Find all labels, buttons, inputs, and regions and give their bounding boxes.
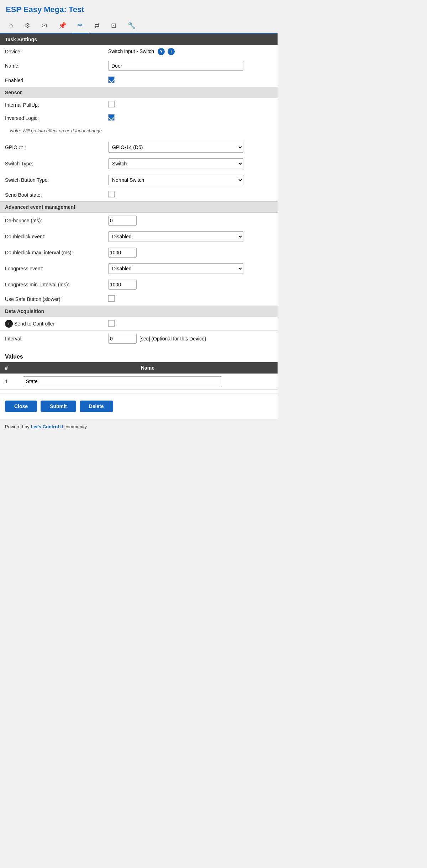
task-settings-header: Task Settings (0, 34, 278, 45)
sensor-table: Internal PullUp: Inversed Logic: Note: W… (0, 98, 278, 201)
pin-nav[interactable]: 📌 (53, 18, 72, 33)
device-label: Device: (0, 45, 103, 58)
table-row: 1 (0, 374, 278, 390)
task-settings-table: Device: Switch input - Switch ? i Name: … (0, 45, 278, 87)
debounce-label: De-bounce (ms): (0, 213, 103, 228)
switch-type-row: Switch Type: Switch Dimmer (0, 155, 278, 172)
sensor-header: Sensor (0, 87, 278, 98)
chat-nav[interactable]: ✉ (36, 18, 53, 33)
settings-nav[interactable]: ⚙ (19, 18, 36, 33)
delete-button[interactable]: Delete (80, 401, 113, 412)
footer-suffix: community (63, 424, 86, 429)
data-acquisition-header: Data Acquisition (0, 306, 278, 317)
switch-type-select[interactable]: Switch Dimmer (108, 158, 243, 169)
interval-row: Interval: [sec] (Optional for this Devic… (0, 331, 278, 346)
col-hash: # (0, 362, 18, 374)
debounce-input[interactable] (108, 216, 137, 226)
safe-button-row: Use Safe Button (slower): (0, 292, 278, 306)
interval-suffix: [sec] (Optional for this Device) (139, 336, 206, 342)
footer-link[interactable]: Let's Control It (31, 424, 63, 429)
inversed-logic-checkbox[interactable] (108, 114, 115, 121)
switch-button-type-select[interactable]: Normal Switch Push Button Active Low Pus… (108, 175, 243, 185)
footer: Powered by Let's Control It community (0, 419, 278, 434)
submit-button[interactable]: Submit (41, 401, 76, 412)
page-title: ESP Easy Mega: Test (0, 0, 278, 18)
switch-type-label: Switch Type: (0, 155, 103, 172)
button-row: Close Submit Delete (0, 393, 278, 419)
values-title: Values (0, 350, 278, 362)
gpio-label: GPIO ⇄ : (0, 139, 103, 155)
gpio-row: GPIO ⇄ : GPIO-14 (D5) GPIO-0 (D3) GPIO-4… (0, 139, 278, 155)
device-value: Switch input - Switch (108, 48, 154, 54)
longpress-interval-label: Longpress min. interval (ms): (0, 277, 103, 292)
send-boot-state-checkbox[interactable] (108, 191, 115, 197)
device-row: Device: Switch input - Switch ? i (0, 45, 278, 58)
values-section: Values # Name 1 (0, 346, 278, 393)
footer-prefix: Powered by (5, 424, 31, 429)
inversed-logic-note: Note: Will go into effect on next input … (5, 127, 273, 136)
name-label: Name: (0, 58, 103, 74)
doubleclick-label: Doubleclick event: (0, 228, 103, 245)
envelope-nav[interactable]: ⊡ (105, 18, 122, 33)
values-header-row: # Name (0, 362, 278, 374)
debounce-row: De-bounce (ms): (0, 213, 278, 228)
doubleclick-row: Doubleclick event: Disabled Low High Bot… (0, 228, 278, 245)
enabled-row: Enabled: (0, 74, 278, 87)
interval-input[interactable] (108, 334, 137, 344)
nav-bar: ⌂ ⚙ ✉ 📌 ✏ ⇄ ⊡ 🔧 (0, 18, 278, 34)
doubleclick-interval-input[interactable] (108, 248, 137, 258)
values-table: # Name 1 (0, 362, 278, 390)
name-row: Name: (0, 58, 278, 74)
doubleclick-interval-label: Doubleclick max. interval (ms): (0, 245, 103, 260)
inversed-logic-row: Inversed Logic: (0, 111, 278, 125)
switch-button-type-row: Switch Button Type: Normal Switch Push B… (0, 172, 278, 188)
internal-pullup-label: Internal PullUp: (0, 98, 103, 111)
longpress-select[interactable]: Disabled Low High Both (108, 263, 243, 274)
send-boot-state-row: Send Boot state: (0, 188, 278, 201)
col-name: Name (18, 362, 278, 374)
inversed-logic-label: Inversed Logic: (0, 111, 103, 125)
doubleclick-select[interactable]: Disabled Low High Both (108, 231, 243, 242)
wrench-nav[interactable]: 🔧 (122, 18, 141, 33)
enabled-label: Enabled: (0, 74, 103, 87)
advanced-header: Advanced event management (0, 201, 278, 213)
row-number: 1 (0, 374, 18, 390)
send-to-controller-info-icon[interactable]: i (5, 320, 13, 328)
plug-nav[interactable]: ✏ (72, 18, 89, 34)
name-input[interactable] (108, 61, 243, 71)
send-to-controller-checkbox[interactable] (108, 320, 115, 327)
longpress-label: Longpress event: (0, 260, 103, 277)
arrows-nav[interactable]: ⇄ (89, 18, 105, 33)
send-to-controller-label: Send to Controller (14, 321, 54, 327)
internal-pullup-checkbox[interactable] (108, 101, 115, 107)
home-nav[interactable]: ⌂ (4, 18, 19, 33)
doubleclick-interval-row: Doubleclick max. interval (ms): (0, 245, 278, 260)
note-row: Note: Will go into effect on next input … (0, 125, 278, 139)
help-icon[interactable]: ? (158, 48, 165, 55)
advanced-table: De-bounce (ms): Doubleclick event: Disab… (0, 213, 278, 306)
data-acquisition-table: i Send to Controller Interval: [sec] (Op… (0, 317, 278, 346)
enabled-checkbox[interactable] (108, 76, 115, 83)
interval-label: Interval: (0, 331, 103, 346)
switch-button-type-label: Switch Button Type: (0, 172, 103, 188)
longpress-interval-row: Longpress min. interval (ms): (0, 277, 278, 292)
gpio-select[interactable]: GPIO-14 (D5) GPIO-0 (D3) GPIO-4 (D2) GPI… (108, 142, 243, 153)
safe-button-checkbox[interactable] (108, 295, 115, 302)
info-icon[interactable]: i (168, 48, 175, 55)
internal-pullup-row: Internal PullUp: (0, 98, 278, 111)
longpress-interval-input[interactable] (108, 280, 137, 290)
longpress-row: Longpress event: Disabled Low High Both (0, 260, 278, 277)
send-to-controller-row: i Send to Controller (0, 317, 278, 331)
close-button[interactable]: Close (5, 401, 37, 412)
state-input[interactable] (23, 376, 222, 386)
send-boot-state-label: Send Boot state: (0, 188, 103, 201)
safe-button-label: Use Safe Button (slower): (0, 292, 103, 306)
